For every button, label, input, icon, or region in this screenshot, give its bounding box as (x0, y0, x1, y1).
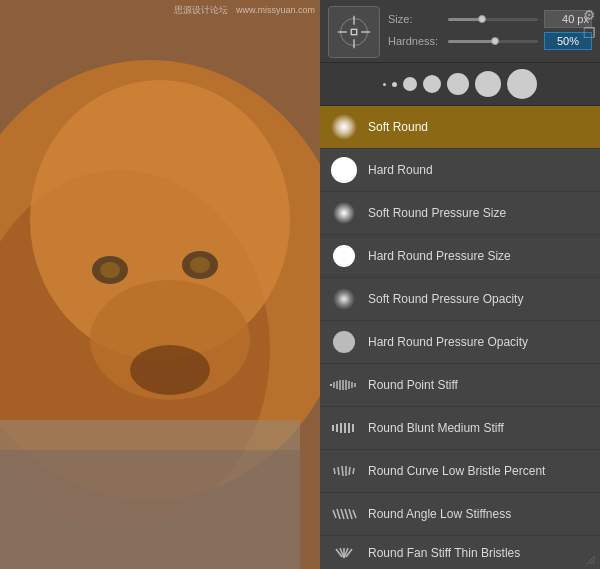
brush-dot-5[interactable] (447, 73, 469, 95)
hardness-control-row: Hardness: 50% (388, 32, 592, 50)
brush-label-soft-round: Soft Round (368, 120, 428, 134)
brush-list: Soft Round Hard Round (320, 106, 600, 569)
svg-line-49 (349, 509, 352, 519)
brush-item-hard-round-pressure-opacity[interactable]: Hard Round Pressure Opacity (320, 321, 600, 364)
brush-label-round-curve-low-bristle: Round Curve Low Bristle Percent (368, 464, 545, 478)
bookmark-icon[interactable]: ❐ (583, 26, 596, 40)
brush-label-round-blunt-medium-stiff: Round Blunt Medium Stiff (368, 421, 504, 435)
resize-handle[interactable] (586, 555, 596, 567)
svg-line-40 (338, 467, 339, 475)
size-slider-fill (448, 18, 480, 21)
svg-point-22 (333, 288, 355, 310)
brush-item-round-fan-stiff[interactable]: Round Fan Stiff Thin Bristles (320, 536, 600, 569)
brush-label-hard-round-pressure-opacity: Hard Round Pressure Opacity (368, 335, 528, 349)
brush-icon-hard-round (328, 154, 360, 186)
brush-item-hard-round-pressure-size[interactable]: Hard Round Pressure Size (320, 235, 600, 278)
brush-dot-3[interactable] (403, 77, 417, 91)
brush-label-hard-round-pressure-size: Hard Round Pressure Size (368, 249, 511, 263)
svg-line-43 (349, 467, 350, 475)
brush-controls: Size: 40 px Hardness: (388, 10, 592, 54)
gear-icon[interactable]: ⚙ (583, 8, 596, 22)
brush-dot-4[interactable] (423, 75, 441, 93)
hardness-slider-track (448, 40, 538, 43)
brush-label-hard-round: Hard Round (368, 163, 433, 177)
brush-icon-round-angle-low-stiffness (328, 498, 360, 530)
brush-icon-hard-round-pressure-size (328, 240, 360, 272)
brush-panel: ⚙ ❐ Size: (320, 0, 600, 569)
hardness-slider-thumb[interactable] (491, 37, 499, 45)
svg-line-41 (342, 466, 343, 476)
brush-icon-soft-round-pressure-opacity (328, 283, 360, 315)
brush-icon-round-blunt-medium-stiff (328, 412, 360, 444)
brush-item-soft-round[interactable]: Soft Round (320, 106, 600, 149)
svg-line-50 (353, 510, 356, 518)
size-control-row: Size: 40 px (388, 10, 592, 28)
brush-item-round-blunt-medium-stiff[interactable]: Round Blunt Medium Stiff (320, 407, 600, 450)
svg-rect-17 (351, 29, 356, 34)
size-slider-track (448, 18, 538, 21)
brush-item-round-angle-low-stiffness[interactable]: Round Angle Low Stiffness (320, 493, 600, 536)
brush-item-round-point-stiff[interactable]: Round Point Stiff (320, 364, 600, 407)
brush-dot-7[interactable] (507, 69, 537, 99)
size-label: Size: (388, 13, 448, 25)
size-slider-container (448, 11, 538, 27)
svg-point-19 (331, 157, 357, 183)
brush-icon-soft-round (328, 111, 360, 143)
svg-point-9 (190, 257, 210, 273)
hardness-label: Hardness: (388, 35, 448, 47)
svg-line-39 (334, 468, 335, 474)
brush-item-round-curve-low-bristle[interactable]: Round Curve Low Bristle Percent (320, 450, 600, 493)
svg-rect-11 (0, 450, 300, 569)
brush-icon-hard-round-pressure-opacity (328, 326, 360, 358)
brush-label-round-fan-stiff: Round Fan Stiff Thin Bristles (368, 546, 520, 560)
panel-icons: ⚙ ❐ (583, 8, 596, 40)
svg-point-5 (130, 345, 210, 395)
watermark: 思源设计论坛 www.missyuan.com (174, 4, 315, 17)
svg-line-45 (333, 510, 336, 518)
svg-line-44 (353, 468, 354, 474)
size-slider-thumb[interactable] (478, 15, 486, 23)
brush-sizes-row (320, 62, 600, 106)
svg-line-48 (345, 509, 348, 519)
hardness-slider-container (448, 33, 538, 49)
svg-point-20 (333, 202, 355, 224)
brush-dot-1[interactable] (383, 83, 386, 86)
brush-dot-2[interactable] (392, 82, 397, 87)
svg-point-21 (333, 245, 355, 267)
svg-line-46 (337, 509, 340, 519)
svg-point-23 (333, 331, 355, 353)
brush-item-soft-round-pressure-opacity[interactable]: Soft Round Pressure Opacity (320, 278, 600, 321)
brush-label-round-point-stiff: Round Point Stiff (368, 378, 458, 392)
brush-preview (328, 6, 380, 58)
brush-item-hard-round[interactable]: Hard Round (320, 149, 600, 192)
svg-line-47 (341, 509, 344, 519)
brush-label-soft-round-pressure-opacity: Soft Round Pressure Opacity (368, 292, 523, 306)
brush-item-soft-round-pressure-size[interactable]: Soft Round Pressure Size (320, 192, 600, 235)
svg-line-58 (593, 562, 595, 564)
brush-icon-round-fan-stiff (328, 537, 360, 569)
svg-point-18 (331, 114, 357, 140)
hardness-slider-fill (448, 40, 493, 43)
svg-point-7 (100, 262, 120, 278)
brush-label-round-angle-low-stiffness: Round Angle Low Stiffness (368, 507, 511, 521)
brush-preview-area: Size: 40 px Hardness: (320, 0, 600, 62)
brush-icon-round-curve-low-bristle (328, 455, 360, 487)
brush-label-soft-round-pressure-size: Soft Round Pressure Size (368, 206, 506, 220)
brush-icon-soft-round-pressure-size (328, 197, 360, 229)
brush-dot-6[interactable] (475, 71, 501, 97)
brush-icon-round-point-stiff (328, 369, 360, 401)
